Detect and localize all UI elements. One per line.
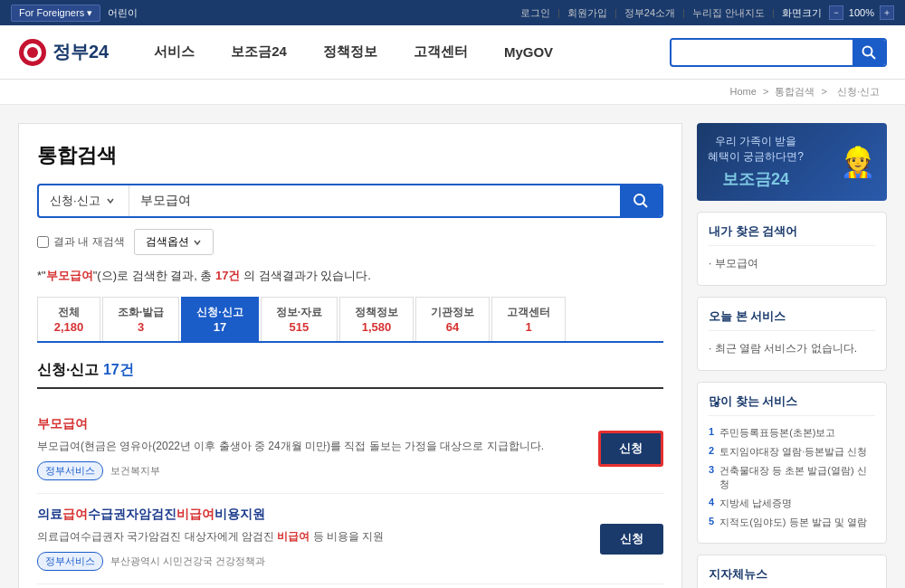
result-pre: *" — [37, 269, 46, 282]
today-service-item: · 최근 열람 서비스가 없습니다. — [709, 338, 875, 359]
popular-item-4[interactable]: 4지방세 납세증명 — [709, 494, 875, 513]
result-item-content: 의료급여수급권자암검진비급여비용지원 의료급여수급권자 국가암검진 대상자에게 … — [37, 507, 586, 571]
result-keyword: 부모급여 — [46, 269, 93, 282]
popular-item-2[interactable]: 2토지임야대장 열람·등본발급 신청 — [709, 442, 875, 461]
tab-agency[interactable]: 기관정보 64 — [415, 297, 490, 341]
signup-link[interactable]: 회원가입 — [567, 6, 607, 20]
result-title[interactable]: 부모급여 — [37, 416, 584, 432]
tab-all[interactable]: 전체 2,180 — [37, 297, 100, 341]
tag-dept: 보건복지부 — [110, 464, 160, 478]
nav-menu: 서비스 보조금24 정책정보 고객센터 MyGOV — [136, 25, 670, 80]
nav-services[interactable]: 서비스 — [136, 25, 213, 80]
recent-search-title: 내가 찾은 검색어 — [709, 223, 875, 246]
fontsize-label: 화면크기 — [782, 6, 822, 20]
breadcrumb-sep2: > — [821, 86, 826, 97]
nav-subsidy[interactable]: 보조금24 — [213, 25, 305, 80]
foreigners-label: For Foreigners — [19, 7, 84, 18]
title-highlight: 부모급여 — [37, 416, 88, 431]
result-item: 노인생활시설 장기요양급여 등급자 지원서비스 의료급여수급자 중 장기요양 등… — [37, 584, 663, 588]
search-icon — [862, 45, 876, 60]
sidebar-ad[interactable]: 우리 가족이 받을 혜택이 궁금하다면? 보조금24 👷 — [697, 123, 887, 201]
result-tags: 정부서비스 보건복지부 — [37, 461, 584, 480]
sidebar: 우리 가족이 받을 혜택이 궁금하다면? 보조금24 👷 내가 찾은 검색어 ·… — [697, 123, 887, 588]
header-search-box — [670, 38, 887, 67]
zoom-minus-btn[interactable]: － — [829, 5, 843, 20]
result-item: 의료급여수급권자암검진비급여비용지원 의료급여수급권자 국가암검진 대상자에게 … — [37, 494, 663, 584]
logo-icon — [18, 38, 47, 67]
popular-title: 많이 찾는 서비스 — [709, 394, 875, 416]
popular-item-5[interactable]: 5지적도(임야도) 등본 발급 및 열람 — [709, 513, 875, 532]
refine-search-checkbox[interactable]: 결과 내 재검색 — [37, 234, 125, 250]
result-desc: 부모급여(현금은 영유아(2022년 이후 출생아 중 24개월 미만)를 직접… — [37, 438, 584, 454]
foreigners-arrow: ▾ — [87, 7, 92, 19]
logo-text: 정부24 — [52, 40, 109, 64]
about-link[interactable]: 정부24소개 — [624, 6, 675, 20]
popular-item-3[interactable]: 3건축물대장 등 초본 발급(열람) 신청 — [709, 461, 875, 494]
sidebar-popular: 많이 찾는 서비스 1주민등록표등본(초본)보고 2토지임야대장 열람·등본발급… — [697, 382, 887, 544]
main-content: 통합검색 신청·신고 결과 내 재검색 — [18, 123, 682, 588]
search-category-dropdown[interactable]: 신청·신고 — [39, 185, 129, 216]
tag-service: 정부서비스 — [37, 552, 103, 571]
sidebar-recent-search: 내가 찾은 검색어 · 부모급여 — [697, 212, 887, 286]
today-service-title: 오늘 본 서비스 — [709, 308, 875, 331]
logo[interactable]: 정부24 — [18, 38, 109, 67]
title-highlight: 급여 — [62, 507, 88, 521]
content-search-bar: 신청·신고 — [37, 184, 663, 218]
tab-application[interactable]: 신청·신고 17 — [181, 297, 258, 341]
header-search-input[interactable] — [672, 40, 853, 64]
nav-customer[interactable]: 고객센터 — [395, 25, 486, 80]
result-tags: 정부서비스 부산광역시 시민건강국 건강정책과 — [37, 552, 586, 571]
ad-brand: 보조금24 — [708, 168, 804, 190]
content-search-input[interactable] — [129, 186, 620, 215]
login-link[interactable]: 로그인 — [520, 6, 550, 20]
ad-figure: 👷 — [840, 145, 876, 179]
svg-point-2 — [27, 47, 38, 58]
svg-point-5 — [634, 194, 644, 204]
section-count: 17건 — [103, 362, 134, 377]
zoom-control: － 100% ＋ — [829, 5, 894, 20]
ad-line1: 우리 가족이 받을 — [708, 134, 804, 149]
top-bar-right: 로그인 | 회원가입 | 정부24소개 | 누리집 안내지도 | 화면크기 － … — [520, 5, 894, 20]
breadcrumb-home[interactable]: Home — [729, 86, 756, 97]
foreigners-btn[interactable]: For Foreigners ▾ — [11, 5, 100, 22]
breadcrumb-current: 신청·신고 — [837, 86, 880, 97]
result-title[interactable]: 의료급여수급권자암검진비급여비용지원 — [37, 507, 586, 523]
apply-button-1[interactable]: 신청 — [598, 431, 663, 467]
tab-customer[interactable]: 고객센터 1 — [491, 297, 566, 341]
easy-label[interactable]: 어린이 — [108, 6, 138, 20]
breadcrumb: Home > 통합검색 > 신청·신고 — [729, 85, 883, 99]
recent-search-item[interactable]: · 부모급여 — [709, 253, 875, 274]
search-options-label: 검색옵션 — [146, 234, 189, 250]
header: 정부24 서비스 보조금24 정책정보 고객센터 MyGOV — [0, 25, 905, 80]
header-search-button[interactable] — [853, 40, 885, 65]
news-title: 지자체뉴스 — [709, 566, 875, 588]
tag-service: 정부서비스 — [37, 461, 103, 480]
section-header: 신청·신고 17건 — [37, 361, 663, 389]
sidebar-news: 지자체뉴스 이동지원차 백신보험 이기입 관계로… 2023년 아이와 함께하는… — [697, 555, 887, 588]
page-title: 통합검색 — [37, 142, 663, 169]
sidebar-today-service: 오늘 본 서비스 · 최근 열람 서비스가 없습니다. — [697, 297, 887, 371]
tab-inquiry[interactable]: 조화·발급 3 — [102, 297, 179, 341]
breadcrumb-path1[interactable]: 통합검색 — [775, 86, 814, 97]
result-item-content: 부모급여 부모급여(현금은 영유아(2022년 이후 출생아 중 24개월 미만… — [37, 416, 584, 480]
refine-checkbox-input[interactable] — [37, 236, 49, 248]
result-summary: *"부모급여"(으)로 검색한 결과, 총 17건 의 검색결과가 있습니다. — [37, 268, 663, 284]
ad-text: 우리 가족이 받을 혜택이 궁금하다면? 보조금24 — [708, 134, 804, 190]
search-options-row: 결과 내 재검색 검색옵션 — [37, 229, 663, 255]
popular-item-1[interactable]: 1주민등록표등본(초본)보고 — [709, 423, 875, 442]
content-wrapper: 통합검색 신청·신고 결과 내 재검색 — [0, 105, 905, 588]
zoom-plus-btn[interactable]: ＋ — [880, 5, 894, 20]
sitemap-link[interactable]: 누리집 안내지도 — [692, 6, 765, 20]
svg-point-3 — [863, 46, 872, 55]
tab-policy[interactable]: 정책정보 1,580 — [339, 297, 414, 341]
svg-line-6 — [643, 204, 648, 208]
ad-line2: 혜택이 궁금하다면? — [708, 149, 804, 165]
tab-info[interactable]: 정보·자료 515 — [261, 297, 338, 341]
section-title: 신청·신고 — [37, 362, 103, 377]
tag-dept: 부산광역시 시민건강국 건강정책과 — [110, 555, 265, 568]
nav-mygov[interactable]: MyGOV — [486, 25, 571, 80]
search-options-button[interactable]: 검색옵션 — [134, 229, 214, 255]
nav-policy[interactable]: 정책정보 — [305, 25, 395, 80]
content-search-button[interactable] — [620, 185, 662, 216]
apply-button-2[interactable]: 신청 — [600, 524, 663, 555]
